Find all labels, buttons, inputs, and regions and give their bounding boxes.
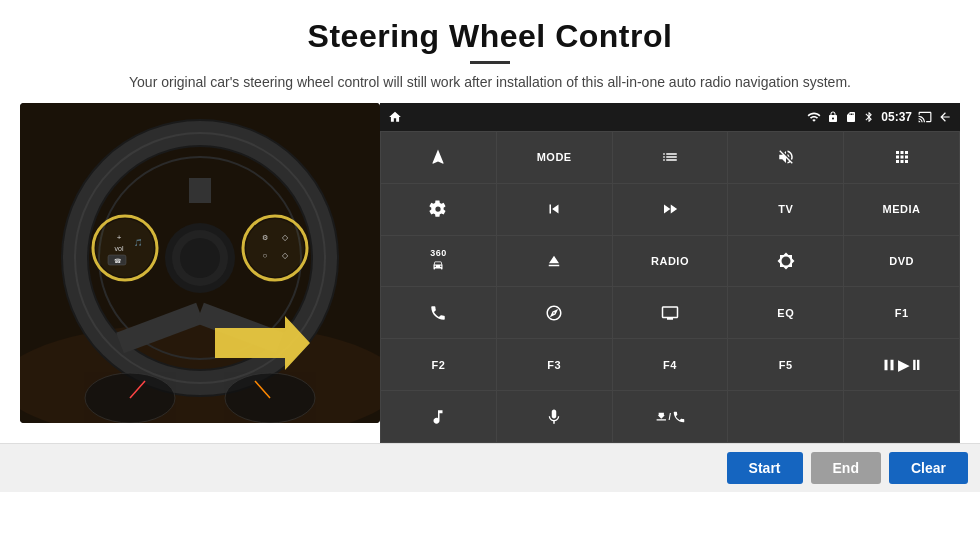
btn-list[interactable] bbox=[613, 132, 728, 183]
btn-rewind[interactable] bbox=[497, 184, 612, 235]
svg-text:☎: ☎ bbox=[114, 258, 122, 264]
svg-text:⚙: ⚙ bbox=[262, 234, 268, 241]
svg-text:◇: ◇ bbox=[282, 251, 289, 260]
btn-tv[interactable]: TV bbox=[728, 184, 843, 235]
bluetooth-icon bbox=[863, 111, 875, 123]
btn-display[interactable] bbox=[613, 287, 728, 338]
btn-apps[interactable] bbox=[844, 132, 959, 183]
svg-text:🎵: 🎵 bbox=[134, 238, 143, 247]
status-bar: 05:37 bbox=[380, 103, 960, 131]
wifi-icon bbox=[807, 110, 821, 124]
svg-point-11 bbox=[180, 238, 220, 278]
btn-navigate[interactable] bbox=[381, 132, 496, 183]
btn-empty-2[interactable] bbox=[844, 391, 959, 442]
start-button[interactable]: Start bbox=[727, 452, 803, 484]
btn-eject[interactable] bbox=[497, 236, 612, 287]
svg-point-15 bbox=[246, 219, 304, 277]
btn-f2[interactable]: F2 bbox=[381, 339, 496, 390]
back-icon bbox=[938, 110, 952, 124]
page-header: Steering Wheel Control Your original car… bbox=[0, 0, 980, 103]
btn-f5[interactable]: F5 bbox=[728, 339, 843, 390]
main-content: + vol - 🎵 ☎ ⚙ ◇ ○ ◇ bbox=[20, 103, 960, 443]
svg-text:vol: vol bbox=[115, 245, 124, 252]
btn-mic[interactable] bbox=[497, 391, 612, 442]
svg-text:+: + bbox=[117, 233, 122, 242]
status-bar-left bbox=[388, 110, 402, 124]
cast-icon bbox=[918, 110, 932, 124]
btn-empty-1[interactable] bbox=[728, 391, 843, 442]
page-title: Steering Wheel Control bbox=[40, 18, 940, 55]
btn-play-pause[interactable]: ▶⏸ bbox=[844, 339, 959, 390]
btn-mode[interactable]: MODE bbox=[497, 132, 612, 183]
btn-eq[interactable]: EQ bbox=[728, 287, 843, 338]
svg-point-13 bbox=[96, 219, 154, 277]
lock-icon bbox=[827, 111, 839, 123]
page-wrapper: Steering Wheel Control Your original car… bbox=[0, 0, 980, 492]
btn-radio[interactable]: RADIO bbox=[613, 236, 728, 287]
status-bar-right: 05:37 bbox=[807, 110, 952, 124]
status-time: 05:37 bbox=[881, 110, 912, 124]
btn-mute[interactable] bbox=[728, 132, 843, 183]
header-description: Your original car's steering wheel contr… bbox=[40, 72, 940, 93]
btn-volume-call[interactable]: / bbox=[613, 391, 728, 442]
btn-f4[interactable]: F4 bbox=[613, 339, 728, 390]
clear-button[interactable]: Clear bbox=[889, 452, 968, 484]
home-status-icon bbox=[388, 110, 402, 124]
btn-f3[interactable]: F3 bbox=[497, 339, 612, 390]
btn-fast-forward[interactable] bbox=[613, 184, 728, 235]
btn-settings[interactable] bbox=[381, 184, 496, 235]
control-panel: 05:37 MODE bbox=[380, 103, 960, 443]
btn-f1[interactable]: F1 bbox=[844, 287, 959, 338]
svg-text:◇: ◇ bbox=[282, 233, 289, 242]
svg-text:○: ○ bbox=[263, 251, 268, 260]
bottom-bar: Start End Clear bbox=[0, 443, 980, 492]
btn-phone[interactable] bbox=[381, 287, 496, 338]
btn-media[interactable]: MEDIA bbox=[844, 184, 959, 235]
btn-brightness[interactable] bbox=[728, 236, 843, 287]
end-button[interactable]: End bbox=[811, 452, 881, 484]
steering-wheel-image: + vol - 🎵 ☎ ⚙ ◇ ○ ◇ bbox=[20, 103, 380, 423]
btn-music[interactable] bbox=[381, 391, 496, 442]
button-grid: MODE bbox=[380, 131, 960, 443]
btn-navigation[interactable] bbox=[497, 287, 612, 338]
btn-360[interactable]: 360 bbox=[381, 236, 496, 287]
sd-card-icon bbox=[845, 111, 857, 123]
btn-dvd[interactable]: DVD bbox=[844, 236, 959, 287]
header-divider bbox=[470, 61, 510, 64]
